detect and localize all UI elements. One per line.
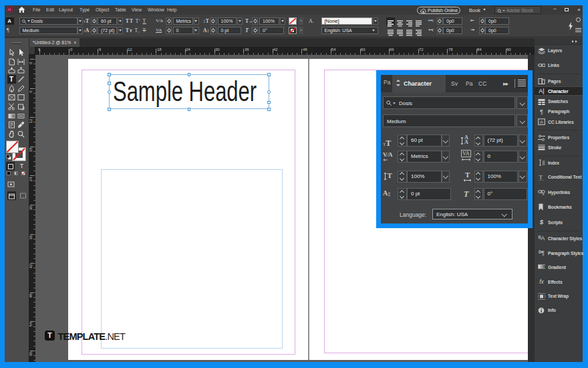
svg-text:T: T (539, 174, 543, 181)
